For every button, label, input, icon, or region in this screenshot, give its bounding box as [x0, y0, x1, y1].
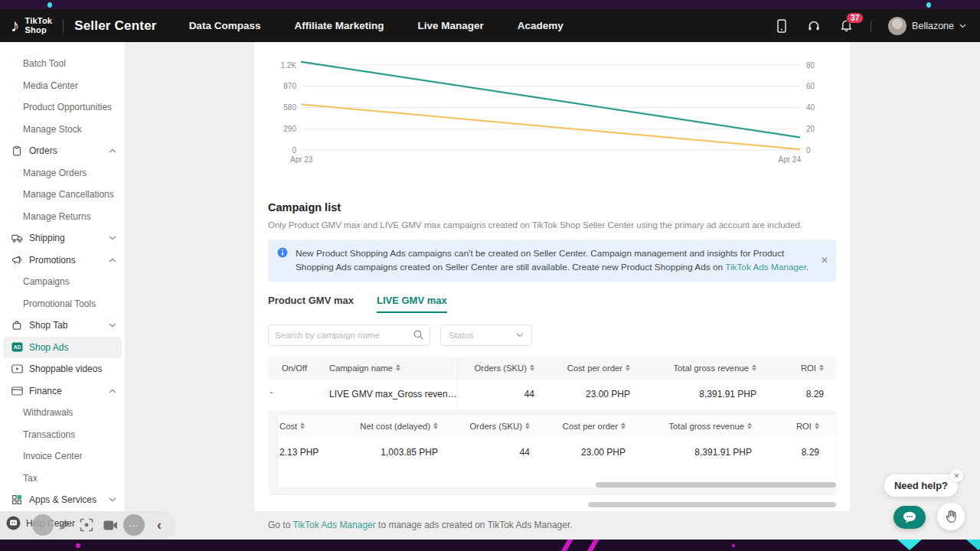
col-orders-sku[interactable]: Orders (SKU) [438, 422, 530, 431]
sidebar-item-withdrawals[interactable]: Withdrawals [0, 402, 125, 424]
camera-icon[interactable] [100, 514, 121, 536]
mobile-app-icon[interactable] [774, 18, 789, 34]
tiktok-shop-logo[interactable]: ♪ TikTokShop [11, 17, 52, 34]
sidebar-item-orders[interactable]: Orders [0, 140, 125, 162]
sidebar-item-shop-ads[interactable]: ADShop Ads [3, 337, 122, 359]
svg-text:290: 290 [283, 125, 296, 133]
artifact-dot [926, 2, 931, 8]
col-orders-sku[interactable]: Orders (SKU) [458, 364, 534, 373]
sidebar-item-transactions[interactable]: Transactions [0, 424, 125, 446]
more-options-icon[interactable]: ... [123, 514, 145, 536]
sidebar-item-media-center[interactable]: Media Center [0, 75, 125, 97]
sidebar-item-shop-tab[interactable]: Shop Tab [0, 315, 125, 337]
svg-text:40: 40 [806, 103, 815, 112]
col-cost-per-order[interactable]: Cost per order [534, 364, 630, 373]
cost-per-order-cell: 23.00 PHP [530, 447, 626, 458]
orders-cell: 44 [438, 447, 530, 458]
nav-links: Data Compass Affiliate Marketing Live Ma… [189, 20, 564, 31]
sidebar-item-tax[interactable]: Tax [0, 468, 125, 490]
artifact-dot [76, 543, 80, 548]
campaign-name-cell[interactable]: LIVE GMV max_Gross revenue_... [329, 389, 457, 399]
info-icon [277, 247, 288, 275]
sort-icon [815, 422, 819, 429]
nav-link-data-compass[interactable]: Data Compass [189, 20, 261, 31]
video-icon [11, 363, 23, 375]
status-dropdown[interactable]: Status [440, 324, 532, 346]
sidebar-item-manage-cancellations[interactable]: Manage Cancellations [0, 184, 125, 206]
artifact-dot [732, 544, 735, 547]
horizontal-scrollbar[interactable] [588, 502, 836, 507]
col-cost[interactable]: Cost [278, 422, 328, 431]
col-roi[interactable]: ROI [752, 422, 819, 431]
svg-text:1.2K: 1.2K [280, 61, 296, 70]
search-icon[interactable] [413, 330, 423, 340]
campaign-table: On/Off Campaign name Orders (SKU) Cost p… [268, 357, 836, 409]
top-navbar: ♪ TikTokShop Seller Center Data Compass … [0, 9, 980, 42]
chevron-down-icon [108, 321, 117, 330]
campaign-table-row: ⌃ LIVE GMV max_Gross revenue_... 44 23.0… [268, 380, 836, 409]
raise-hand-button[interactable] [937, 503, 965, 530]
sidebar-item-invoice-center[interactable]: Invoice Center [0, 445, 125, 468]
card-icon [11, 385, 23, 397]
ads-manager-note: Go to TikTok Ads Manager to manage ads c… [268, 520, 836, 530]
hand-icon [945, 510, 958, 523]
banner-text: New Product Shopping Ads campaigns can't… [296, 246, 813, 275]
sidebar-item-promotional-tools[interactable]: Promotional Tools [0, 293, 125, 315]
col-total-gross-revenue[interactable]: Total gross revenue [626, 422, 752, 431]
col-campaign-name[interactable]: Campaign name [329, 364, 457, 373]
pen-icon[interactable]: ✎ [52, 514, 74, 536]
bag-icon [11, 319, 23, 331]
video-bottom-strip [0, 540, 980, 551]
col-cost-per-order[interactable]: Cost per order [530, 422, 626, 431]
artifact-wedge [897, 540, 922, 550]
sidebar-item-apps-and-services[interactable]: Apps & Services [0, 489, 125, 511]
search-input[interactable] [275, 331, 413, 340]
ads-manager-link[interactable]: TikTok Ads Manager [292, 520, 375, 530]
artifact-slash [586, 540, 600, 551]
seller-center-title[interactable]: Seller Center [74, 18, 156, 34]
cost-cell: 2.13 PHP [278, 447, 328, 458]
recorder-cursor-icon[interactable] [32, 514, 54, 536]
sidebar-item-promotions[interactable]: Promotions [0, 249, 125, 272]
campaign-search [268, 324, 430, 346]
chevron-down-icon [108, 495, 117, 504]
banner-close-icon[interactable]: ✕ [821, 255, 828, 266]
sidebar-item-manage-orders[interactable]: Manage Orders [0, 162, 125, 184]
main-content: 1.2K8087060580402902000Apr 23Apr 24 Camp… [254, 42, 850, 511]
sidebar-item-manage-returns[interactable]: Manage Returns [0, 206, 125, 228]
col-onoff: On/Off [282, 364, 329, 373]
nav-link-live-manager[interactable]: Live Manager [417, 20, 483, 31]
help-center-icon [6, 516, 21, 530]
speech-bubble-icon [902, 511, 917, 523]
account-menu[interactable]: Bellazone [888, 17, 966, 35]
sidebar-item-batch-tool[interactable]: Batch Tool [0, 53, 125, 75]
col-total-gross-revenue[interactable]: Total gross revenue [630, 364, 756, 373]
sidebar-item-manage-stock[interactable]: Manage Stock [0, 119, 125, 141]
sidebar-item-campaigns[interactable]: Campaigns [0, 271, 125, 293]
chat-support-button[interactable] [893, 506, 926, 529]
sidebar-item-shoppable-videos[interactable]: Shoppable videos [0, 358, 125, 380]
sidebar-item-product-opportunities[interactable]: Product Opportunities [0, 96, 125, 119]
artifact-wedge [966, 540, 980, 550]
sidebar-item-shipping[interactable]: Shipping [0, 227, 125, 249]
sidebar-item-finance[interactable]: Finance [0, 380, 125, 403]
nav-link-academy[interactable]: Academy [518, 20, 564, 31]
col-net-cost[interactable]: Net cost (delayed) [328, 422, 438, 431]
capture-focus-icon[interactable] [76, 514, 97, 536]
col-roi[interactable]: ROI [756, 364, 824, 373]
tiktok-note-icon: ♪ [11, 17, 20, 34]
need-help-close-icon[interactable]: ✕ [950, 469, 963, 482]
detail-table: Cost Net cost (delayed) Orders (SKU) Cos… [278, 415, 836, 487]
tab-live-gmv-max[interactable]: LIVE GMV max [377, 295, 447, 313]
horizontal-scrollbar[interactable] [596, 482, 836, 487]
support-headset-icon[interactable] [806, 18, 822, 34]
truck-icon [11, 232, 23, 244]
collapse-toolbar-icon[interactable]: ‹ [149, 514, 170, 536]
banner-ads-manager-link[interactable]: TikTok Ads Manager [725, 262, 806, 272]
video-top-strip [0, 0, 980, 9]
svg-text:60: 60 [806, 82, 815, 90]
net-cost-cell: 1,003.85 PHP [328, 447, 438, 458]
nav-link-affiliate-marketing[interactable]: Affiliate Marketing [294, 20, 384, 31]
notification-bell-icon[interactable]: 37 [838, 18, 854, 34]
tab-product-gmv-max[interactable]: Product GMV max [268, 295, 354, 313]
